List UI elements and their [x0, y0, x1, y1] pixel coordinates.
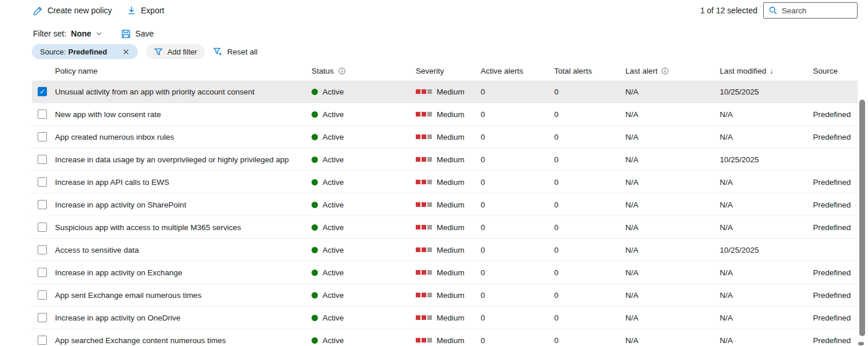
policy-name[interactable]: App created numerous inbox rules: [55, 133, 174, 141]
table-row[interactable]: ✓ App searched Exchange content numerous…: [32, 329, 858, 346]
policy-name[interactable]: Suspicious app with access to multiple M…: [55, 223, 241, 232]
column-header-severity[interactable]: Severity: [416, 67, 481, 75]
table-row[interactable]: ✓ Increase in app activity on SharePoint…: [32, 194, 858, 216]
status-label: Active: [323, 133, 344, 141]
info-icon[interactable]: [338, 67, 346, 75]
policy-name[interactable]: New app with low consent rate: [55, 110, 161, 119]
active-alerts-value: 0: [481, 155, 485, 164]
row-checkbox[interactable]: ✓: [38, 336, 47, 345]
severity-label: Medium: [437, 133, 464, 141]
column-header-last-modified[interactable]: Last modified ↓: [720, 67, 813, 75]
row-checkbox[interactable]: ✓: [38, 200, 47, 209]
row-checkbox[interactable]: ✓: [38, 313, 47, 322]
row-checkbox[interactable]: ✓: [38, 177, 47, 187]
severity-medium-indicator: [416, 112, 432, 116]
table-row[interactable]: ✓ Increase in data usage by an overprivi…: [32, 148, 858, 171]
last-modified-value: N/A: [720, 268, 733, 277]
table-row[interactable]: ✓ Increase in app activity on Exchange A…: [32, 261, 858, 284]
status-label: Active: [323, 201, 344, 209]
table-row[interactable]: ✓ New app with low consent rate Active M…: [32, 103, 858, 126]
table-row[interactable]: ✓ Increase in app activity on OneDrive A…: [32, 307, 858, 329]
search-box[interactable]: [763, 2, 858, 19]
source-value: Predefined: [813, 268, 851, 277]
last-modified-value: N/A: [720, 223, 733, 232]
status-active-dot: [312, 247, 318, 253]
policy-name[interactable]: Unusual activity from an app with priori…: [55, 88, 254, 96]
save-icon: [121, 29, 131, 39]
table-row[interactable]: ✓ Suspicious app with access to multiple…: [32, 216, 858, 239]
filter-set-label: Filter set:: [33, 29, 67, 38]
row-checkbox[interactable]: ✓: [38, 223, 47, 232]
row-checkbox[interactable]: ✓: [38, 268, 47, 277]
remove-source-filter-button[interactable]: [120, 47, 132, 57]
last-modified-value: N/A: [720, 201, 733, 209]
export-button[interactable]: Export: [127, 6, 164, 15]
status-active-dot: [312, 292, 318, 298]
filter-chip-source[interactable]: Source: Predefined: [32, 44, 138, 59]
policy-name[interactable]: Access to sensitive data: [55, 246, 139, 254]
last-modified-value: N/A: [720, 110, 733, 119]
column-header-label: Source: [813, 67, 838, 75]
row-checkbox[interactable]: ✓: [38, 290, 47, 300]
active-alerts-value: 0: [481, 268, 485, 277]
table-header-row: Policy name Status Severity Active alert…: [32, 61, 858, 81]
column-header-status[interactable]: Status: [312, 67, 416, 75]
row-checkbox[interactable]: ✓: [38, 155, 47, 164]
info-icon[interactable]: [661, 67, 669, 75]
status-active-dot: [312, 224, 318, 231]
policy-name[interactable]: Increase in app activity on Exchange: [55, 268, 182, 277]
last-alert-value: N/A: [625, 268, 639, 277]
filter-icon: [154, 48, 163, 56]
column-header-total-alerts[interactable]: Total alerts: [554, 67, 625, 75]
severity-medium-indicator: [416, 315, 432, 320]
policy-name[interactable]: Increase in app activity on OneDrive: [55, 314, 181, 322]
policy-name[interactable]: Increase in app API calls to EWS: [55, 178, 169, 187]
reset-all-button[interactable]: Reset all: [213, 47, 258, 56]
table-row[interactable]: ✓ App sent Exchange email numerous times…: [32, 284, 858, 307]
row-checkbox[interactable]: ✓: [38, 87, 47, 96]
row-checkbox[interactable]: ✓: [38, 132, 47, 141]
create-new-policy-button[interactable]: Create new policy: [33, 6, 112, 16]
filter-set-dropdown[interactable]: None: [71, 29, 102, 38]
policy-name[interactable]: App sent Exchange email numerous times: [55, 291, 202, 300]
status-label: Active: [323, 268, 344, 277]
active-alerts-value: 0: [481, 246, 485, 254]
save-filter-set-button[interactable]: Save: [121, 29, 154, 39]
scrollbar-corner[interactable]: [858, 342, 864, 345]
add-filter-button[interactable]: Add filter: [146, 44, 205, 59]
table-row[interactable]: ✓ Access to sensitive data Active Medium…: [32, 239, 858, 261]
source-value: Predefined: [813, 133, 851, 141]
table-row[interactable]: ✓ Unusual activity from an app with prio…: [32, 81, 858, 103]
checkmark-icon: ✓: [39, 89, 45, 95]
create-new-policy-label: Create new policy: [47, 6, 112, 15]
severity-medium-indicator: [416, 157, 432, 162]
total-alerts-value: 0: [554, 201, 559, 209]
column-header-policy-name[interactable]: Policy name: [55, 67, 312, 75]
vertical-scrollbar-thumb[interactable]: [859, 100, 865, 336]
column-header-active-alerts[interactable]: Active alerts: [481, 67, 554, 75]
table-row[interactable]: ✓ Increase in app API calls to EWS Activ…: [32, 171, 858, 194]
policy-name[interactable]: Increase in data usage by an overprivile…: [55, 155, 289, 164]
row-checkbox[interactable]: ✓: [38, 245, 47, 254]
table-row[interactable]: ✓ App created numerous inbox rules Activ…: [32, 126, 858, 148]
total-alerts-value: 0: [554, 155, 559, 164]
policy-name[interactable]: Increase in app activity on SharePoint: [55, 201, 186, 209]
status-active-dot: [312, 179, 318, 185]
column-header-last-alert[interactable]: Last alert: [625, 67, 720, 75]
source-value: Predefined: [813, 201, 851, 209]
toolbar: Create new policy Export 1 of 12 selecte…: [33, 0, 858, 21]
policy-name[interactable]: App searched Exchange content numerous t…: [55, 336, 226, 345]
status-label: Active: [323, 88, 344, 96]
last-alert-value: N/A: [625, 246, 639, 254]
row-checkbox[interactable]: ✓: [38, 110, 47, 119]
column-header-label: Total alerts: [554, 67, 592, 75]
active-alerts-value: 0: [481, 336, 485, 345]
column-header-source[interactable]: Source: [813, 67, 858, 75]
filter-chips-row: Source: Predefined Add filter Reset all: [32, 44, 258, 59]
search-input[interactable]: [782, 6, 852, 15]
column-header-label: Policy name: [55, 67, 98, 75]
active-alerts-value: 0: [481, 201, 485, 209]
status-label: Active: [323, 155, 344, 164]
last-alert-value: N/A: [625, 110, 639, 119]
total-alerts-value: 0: [554, 314, 559, 322]
